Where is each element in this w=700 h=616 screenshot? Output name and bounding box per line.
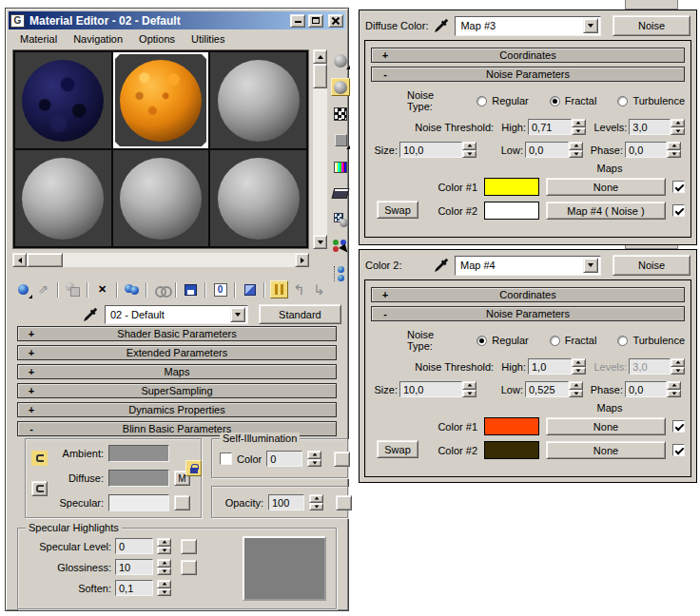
spinner-up-icon[interactable] [569,381,583,390]
glossiness-field[interactable]: 10 [115,559,153,575]
spinner-down-icon[interactable] [309,503,323,511]
spinner-down-icon[interactable] [157,568,171,576]
noise-type-fractal[interactable]: Fractal [550,335,597,346]
size-spinner[interactable] [462,142,476,158]
pick-map-eyedropper-icon[interactable] [434,18,449,33]
horizontal-scroll-thumb[interactable] [27,253,63,267]
spinner-down-icon[interactable] [157,588,171,597]
map-type-button[interactable]: Noise [612,15,690,36]
soften-field[interactable]: 0,1 [115,580,153,596]
map-name-dropdown[interactable]: Map #3 [455,16,601,36]
menu-material[interactable]: Material [20,33,57,45]
material-name-dropdown[interactable]: 02 - Default [105,305,248,324]
spinner-down-icon[interactable] [462,150,476,159]
spinner-down-icon[interactable] [572,367,586,375]
spinner-up-icon[interactable] [157,580,171,588]
phase-field[interactable]: 0,0 [625,381,667,397]
color1-map-button[interactable]: None [546,417,666,435]
spinner-down-icon[interactable] [307,459,321,468]
scroll-right-button[interactable] [295,253,309,267]
sample-uv-tiling-button[interactable] [331,131,350,149]
rollout-coordinates[interactable]: +Coordinates [371,48,685,63]
reset-map-button[interactable]: ✕ [93,280,111,298]
material-type-button[interactable]: Standard [259,304,341,324]
diffuse-color-swatch[interactable] [108,470,169,487]
specular-level-spinner[interactable] [157,538,171,554]
rollout-coordinates[interactable]: +Coordinates [371,287,685,302]
put-material-to-scene-button[interactable]: ⇗ [34,280,52,298]
material-id-channel-button[interactable]: 0 [211,280,229,298]
levels-spinner[interactable] [671,358,685,375]
opacity-map-button[interactable] [336,495,352,510]
video-color-check-button[interactable] [331,158,350,176]
specular-map-button[interactable] [174,495,190,510]
color1-map-button[interactable]: None [546,178,666,196]
go-to-parent-button[interactable]: ↰ [290,280,308,298]
titlebar[interactable]: G Material Editor - 02 - Default [9,11,345,29]
material-map-navigator-button[interactable] [331,264,350,282]
pick-map-eyedropper-icon[interactable] [434,258,449,273]
pick-material-eyedropper-icon[interactable] [83,307,98,322]
show-end-result-button[interactable] [270,280,288,298]
noise-type-turbulence[interactable]: Turbulence [617,335,685,346]
low-spinner[interactable] [569,142,583,158]
self-illumination-map-button[interactable] [334,452,350,467]
size-spinner[interactable] [462,381,476,397]
spinner-up-icon[interactable] [307,451,321,459]
opacity-field[interactable]: 100 [268,494,304,510]
select-by-material-button[interactable] [331,238,350,256]
rollout-shader-basic-parameters[interactable]: +Shader Basic Parameters [17,326,337,341]
spinner-down-icon[interactable] [572,127,586,136]
color2-map-button[interactable]: None [546,441,666,459]
phase-field[interactable]: 0,0 [625,142,667,158]
size-field[interactable]: 10,0 [399,381,462,397]
map-name-dropdown[interactable]: Map #4 [455,256,601,276]
swap-colors-button[interactable]: Swap [377,440,418,458]
slots-vertical-scrollbar[interactable] [313,49,327,249]
color2-map-enable-checkbox[interactable] [672,204,685,217]
size-field[interactable]: 10,0 [399,142,462,158]
make-preview-button[interactable] [331,184,350,202]
rollout-supersampling[interactable]: +SuperSampling [17,383,337,398]
spinner-up-icon[interactable] [667,142,681,150]
phase-spinner[interactable] [667,142,681,158]
noise-type-fractal[interactable]: Fractal [550,95,597,106]
spinner-up-icon[interactable] [462,142,476,150]
specular-level-field[interactable]: 0 [115,538,153,554]
lock-diffuse-specular-button[interactable] [31,481,48,496]
dropdown-arrow-icon[interactable] [583,18,598,33]
rollout-extended-parameters[interactable]: +Extended Parameters [17,345,337,360]
show-map-in-viewport-button[interactable] [241,280,259,298]
options-button[interactable] [331,211,350,229]
swap-colors-button[interactable]: Swap [377,201,418,219]
spinner-up-icon[interactable] [671,119,685,127]
color2-swatch[interactable] [484,202,539,220]
phase-spinner[interactable] [667,381,681,397]
high-field[interactable]: 0,71 [528,119,572,135]
levels-spinner[interactable] [671,119,685,135]
spinner-down-icon[interactable] [157,547,171,555]
spinner-down-icon[interactable] [671,127,685,136]
menu-options[interactable]: Options [139,33,175,45]
glossiness-spinner[interactable] [157,559,171,575]
opacity-spinner[interactable] [309,494,323,510]
spinner-up-icon[interactable] [462,381,476,390]
levels-field[interactable]: 3,0 [629,119,671,135]
menu-navigation[interactable]: Navigation [73,33,123,45]
spinner-down-icon[interactable] [569,390,583,398]
specular-level-map-button[interactable] [181,539,197,554]
spinner-down-icon[interactable] [671,367,685,375]
self-illumination-field[interactable]: 0 [266,451,302,467]
sample-type-button[interactable] [331,51,350,69]
scroll-down-button[interactable] [313,235,327,249]
color1-map-enable-checkbox[interactable] [672,420,685,433]
noise-type-regular[interactable]: Regular [476,335,529,346]
noise-type-regular[interactable]: Regular [476,95,529,106]
assign-material-button[interactable] [64,280,82,298]
spinner-up-icon[interactable] [572,119,586,127]
glossiness-map-button[interactable] [181,560,197,575]
ambient-diffuse-padlock-button[interactable] [185,460,202,476]
spinner-down-icon[interactable] [667,150,681,159]
rollout-dynamics-properties[interactable]: +Dynamics Properties [17,402,337,417]
backlight-button[interactable] [331,78,350,96]
